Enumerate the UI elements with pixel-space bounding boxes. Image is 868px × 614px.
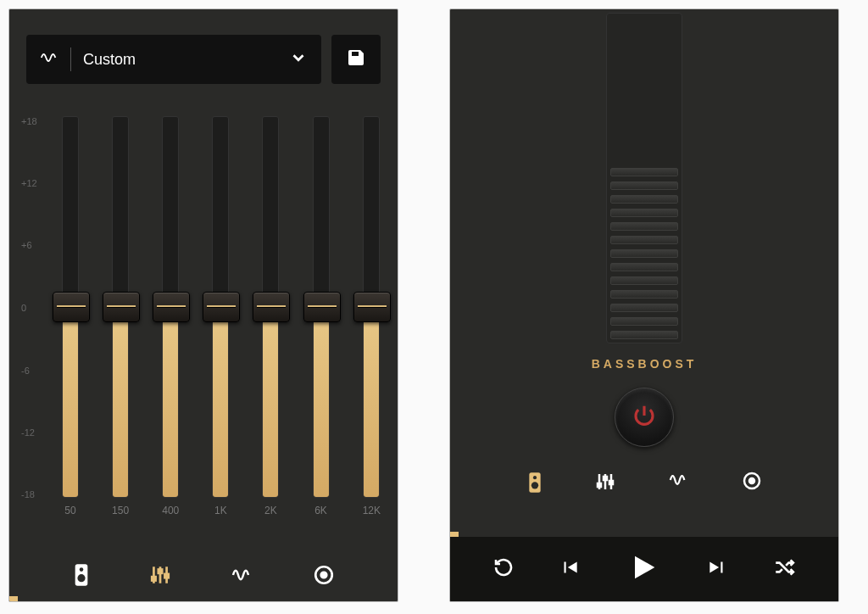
speaker-icon[interactable] — [72, 562, 91, 591]
equalizer-screen: Custom +18 +12 +6 0 -6 -12 -18 — [8, 8, 398, 602]
freq-label: 6K — [314, 505, 327, 516]
svg-rect-7 — [159, 570, 162, 573]
previous-button[interactable] — [559, 556, 581, 582]
svg-point-2 — [78, 574, 86, 582]
svg-rect-19 — [609, 481, 613, 484]
scale-tick: -6 — [21, 366, 30, 376]
svg-rect-6 — [152, 577, 155, 580]
chevron-down-icon — [289, 48, 308, 70]
next-button[interactable] — [706, 556, 728, 582]
freq-label: 12K — [363, 505, 381, 516]
bottom-nav — [450, 471, 838, 498]
bottom-nav — [9, 562, 398, 591]
wave-icon[interactable] — [229, 565, 254, 589]
freq-label: 50 — [64, 505, 75, 516]
eq-slider-150[interactable] — [112, 116, 129, 498]
divider — [70, 47, 71, 71]
freq-label: 400 — [162, 505, 179, 516]
scale-tick: +12 — [21, 178, 37, 188]
bassboost-label: BASSBOOST — [592, 357, 698, 371]
svg-point-12 — [533, 476, 537, 479]
bassboost-slider[interactable] — [606, 13, 682, 343]
freq-label: 150 — [112, 505, 129, 516]
svg-point-21 — [749, 478, 754, 483]
save-icon — [346, 47, 366, 71]
svg-point-13 — [531, 482, 538, 488]
eq-slider-1k[interactable] — [212, 116, 229, 498]
playback-bar — [450, 537, 838, 601]
eq-slider-2k[interactable] — [262, 116, 279, 498]
scale-tick: +6 — [21, 240, 32, 250]
dial-icon[interactable] — [313, 564, 335, 589]
svg-point-1 — [80, 567, 84, 572]
svg-point-10 — [321, 572, 327, 578]
scale-column: +18 +12 +6 0 -6 -12 -18 — [21, 116, 57, 522]
sliders-icon[interactable] — [595, 471, 615, 498]
scale-tick: 0 — [21, 303, 26, 313]
scale-tick: -12 — [21, 427, 35, 438]
preset-label: Custom — [83, 51, 289, 69]
preset-dropdown[interactable]: Custom — [26, 35, 321, 84]
eq-slider-50[interactable] — [62, 116, 79, 498]
eq-slider-400[interactable] — [162, 116, 179, 498]
shuffle-button[interactable] — [773, 556, 795, 582]
equalizer-area: +18 +12 +6 0 -6 -12 -18 50 150 — [21, 116, 386, 522]
speaker-icon[interactable] — [526, 471, 543, 498]
eq-slider-12k[interactable] — [363, 116, 380, 498]
freq-label: 1K — [214, 505, 227, 516]
svg-rect-17 — [598, 483, 601, 487]
bassboost-screen: BASSBOOST — [449, 8, 839, 602]
save-preset-button[interactable] — [331, 35, 381, 84]
scale-tick: -18 — [21, 489, 35, 500]
wave-icon[interactable] — [666, 471, 690, 498]
freq-label: 2K — [264, 505, 277, 516]
position-marker — [9, 596, 18, 601]
svg-rect-8 — [164, 574, 168, 578]
wave-icon — [40, 48, 58, 70]
power-icon — [632, 403, 657, 432]
scale-tick: +18 — [21, 116, 37, 126]
power-button[interactable] — [615, 388, 674, 447]
slider-group: 50 150 400 1K 2K 6K — [57, 116, 386, 522]
eq-slider-6k[interactable] — [313, 116, 330, 498]
dial-icon[interactable] — [742, 471, 762, 498]
play-button[interactable] — [626, 550, 660, 588]
svg-rect-18 — [604, 477, 607, 480]
repeat-button[interactable] — [493, 557, 514, 581]
sliders-icon[interactable] — [149, 563, 171, 590]
